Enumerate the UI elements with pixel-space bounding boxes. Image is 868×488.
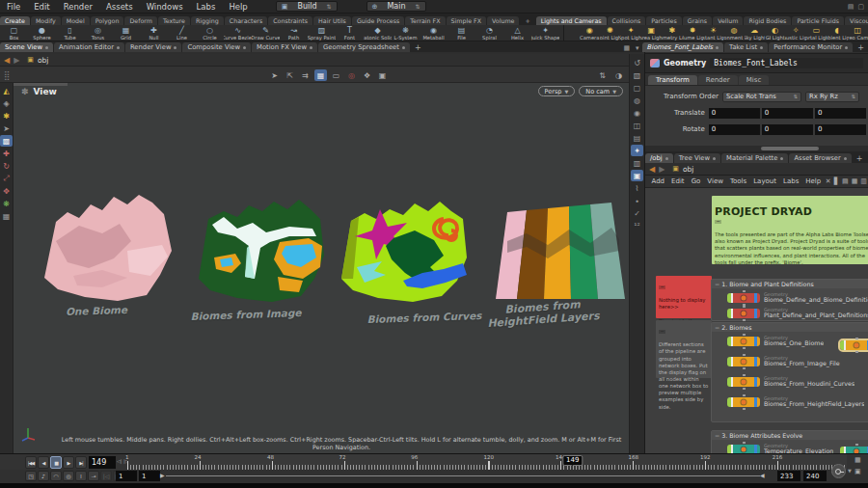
display-option-icon[interactable]: ⌇: [631, 182, 643, 194]
shelf-tool[interactable]: ✦ Spot Light: [620, 25, 640, 41]
tab-menu-dot[interactable]: [760, 46, 763, 49]
shelf-tool[interactable]: ○ Circle: [196, 25, 224, 41]
shelf-tool[interactable]: ◉ Metaball: [420, 25, 448, 41]
tab-menu-dot[interactable]: [716, 46, 719, 49]
node-shape[interactable]: [727, 377, 760, 387]
viewport-menu-icon[interactable]: ✽: [21, 87, 29, 96]
range-start-field[interactable]: 1: [116, 471, 137, 481]
pane-tab[interactable]: Material Palette: [721, 153, 788, 163]
viewport-mode-icon[interactable]: ▦: [0, 210, 13, 222]
menu-item[interactable]: Windows: [140, 2, 190, 12]
pane-split-icon[interactable]: ▦: [620, 44, 633, 52]
new-pane-tab-button[interactable]: +: [853, 154, 867, 163]
tab-menu-dot[interactable]: [665, 157, 668, 160]
shelf-tool[interactable]: ◔ Spiral: [475, 25, 503, 41]
shelf-tab[interactable]: Simple FX: [447, 16, 486, 25]
node-shape[interactable]: [727, 337, 760, 346]
shelf-tool[interactable]: ❋ L-System: [392, 25, 420, 41]
viewport-mode-icon[interactable]: ✱: [0, 110, 13, 122]
playbar-option-icon[interactable]: ⁞: [75, 471, 87, 481]
sticky-note-project-dryad[interactable]: PROJECT DRYAD − The tools presented are …: [712, 196, 868, 264]
back-arrow-icon[interactable]: ◀: [649, 165, 655, 174]
shelf-tab[interactable]: Create: [0, 16, 30, 25]
menu-item[interactable]: Assets: [99, 2, 140, 12]
menu-item[interactable]: Help: [222, 2, 254, 12]
parameter-tab[interactable]: Misc: [739, 75, 769, 85]
pane-tab[interactable]: Render View: [125, 42, 182, 52]
network-path[interactable]: obj: [683, 165, 693, 174]
playhead[interactable]: 149: [562, 455, 583, 466]
shelf-tab[interactable]: Rigid Bodies: [744, 16, 791, 25]
shelf-tool[interactable]: ▢ Box: [0, 25, 28, 41]
new-pane-tab-button[interactable]: +: [854, 43, 868, 52]
shelf-tab[interactable]: Rigging: [191, 16, 224, 25]
param-value-field[interactable]: 0: [815, 108, 866, 119]
playback-end-field[interactable]: 233: [777, 471, 800, 481]
transport-button[interactable]: ◀: [38, 456, 49, 469]
pane-tab[interactable]: Asset Browser: [789, 153, 851, 163]
playbar-option-icon[interactable]: ⊸: [88, 471, 99, 481]
shelf-tool[interactable]: △ Helix: [503, 25, 531, 41]
shelf-tool[interactable]: ▤ File: [448, 25, 475, 41]
toolbar-drag-handle[interactable]: ⣿: [4, 70, 12, 80]
param-value-field[interactable]: 0: [709, 108, 760, 119]
shelf-tab[interactable]: Guide Process: [352, 16, 404, 25]
viewport-tool-icon[interactable]: ◎: [345, 69, 358, 81]
network-menu-item[interactable]: Layout: [750, 177, 780, 185]
shelf-tool[interactable]: ☁ Sky Light: [745, 25, 765, 41]
network-node-cut[interactable]: [840, 447, 868, 453]
pane-tab[interactable]: Biomes_Font_Labels: [642, 42, 724, 52]
playbar-option-icon[interactable]: ◠: [50, 471, 62, 481]
shelf-tab[interactable]: Deform: [124, 16, 156, 25]
display-option-icon[interactable]: ▥: [631, 157, 643, 169]
shelf-tool[interactable]: ◉ Camera: [580, 25, 600, 41]
playbar-option-icon[interactable]: ◎: [63, 471, 74, 481]
back-arrow-icon[interactable]: ◀: [4, 56, 10, 65]
rot-order-dropdown[interactable]: Rx Ry Rz⇅: [805, 92, 859, 102]
display-option-icon[interactable]: ▤: [631, 132, 643, 144]
pane-tab[interactable]: Geometry Spreadsheet: [318, 42, 410, 52]
network-menu-item[interactable]: Labs: [780, 177, 802, 185]
viewport-mode-icon[interactable]: ✚: [0, 148, 13, 159]
network-toolbar-icon[interactable]: ▦: [852, 177, 858, 185]
viewport-tool-icon[interactable]: ➤: [268, 69, 281, 81]
shelf-tool[interactable]: ◍ Environment Light: [723, 25, 744, 41]
range-slider-right-handle[interactable]: ◀: [760, 472, 765, 478]
network-node[interactable]: Geometry Plant_Define_and_Plant_Definiti…: [727, 307, 868, 320]
display-option-icon[interactable]: ◉: [631, 107, 643, 119]
shelf-tool[interactable]: ✱ Geometry Light: [662, 25, 682, 41]
node-shape[interactable]: [727, 309, 760, 318]
transport-button[interactable]: ▶: [63, 456, 74, 469]
shelf-tab[interactable]: Particle Fluids: [792, 16, 844, 25]
shelf-tab[interactable]: Hair Utils: [313, 16, 351, 25]
projection-selector[interactable]: Persp▼: [538, 86, 576, 96]
network-node-selected-cut[interactable]: [840, 340, 868, 350]
shelf-tool[interactable]: ✦ Quick Shapes: [531, 25, 559, 41]
param-value-field[interactable]: 0: [709, 124, 760, 135]
node-shape[interactable]: [727, 357, 760, 366]
playback-start-field[interactable]: 1: [139, 471, 160, 481]
display-option-icon[interactable]: ✓: [631, 207, 643, 219]
viewport-tool-icon[interactable]: ❖: [361, 69, 373, 81]
shelf-tool[interactable]: ◎ Torus: [84, 25, 112, 41]
current-frame-field[interactable]: 149: [89, 456, 116, 469]
menu-item[interactable]: Render: [57, 2, 99, 12]
shelf-tab[interactable]: Grains: [683, 16, 712, 25]
shelf-tab[interactable]: Modify: [31, 16, 61, 25]
chevron-down-icon[interactable]: ▼: [848, 468, 852, 474]
window-layout-icon[interactable]: ▤: [848, 3, 854, 11]
playbar-corner-icon[interactable]: ▣: [854, 468, 861, 475]
display-option-icon[interactable]: ▧: [631, 69, 643, 81]
new-pane-tab-button[interactable]: +: [411, 43, 425, 52]
display-option-icon[interactable]: ▢: [631, 82, 643, 94]
display-option-icon[interactable]: ◫: [631, 120, 643, 131]
shelf-tool[interactable]: ▦ Grid: [112, 25, 140, 41]
tab-menu-dot[interactable]: [243, 46, 246, 49]
viewport-mode-icon[interactable]: ➤: [0, 122, 13, 134]
transport-button[interactable]: ▶|: [75, 456, 87, 469]
playbar-option-icon[interactable]: ◳: [25, 471, 37, 481]
playbar-option-icon[interactable]: |◁: [100, 471, 112, 481]
collapse-icon[interactable]: −: [659, 285, 665, 289]
network-node[interactable]: Geometry Biomes_From_Houdini_Curves: [727, 375, 868, 389]
network-toolbar-icon[interactable]: ▋: [834, 177, 839, 185]
